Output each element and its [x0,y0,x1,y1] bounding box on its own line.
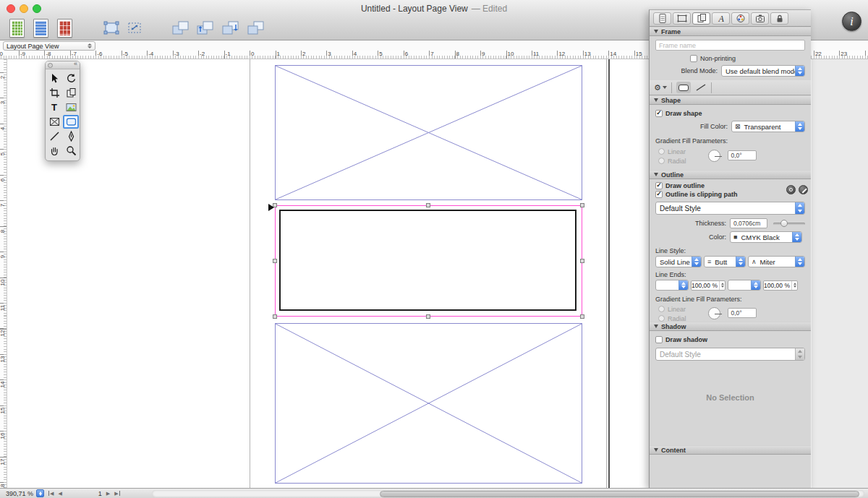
frame-name-input[interactable] [655,40,805,51]
select-tool-button[interactable] [46,72,62,85]
stepper-arrows-icon[interactable] [719,281,725,290]
frame-section-header[interactable]: Frame [650,27,811,36]
selection-handle[interactable] [273,259,277,263]
frame-transform-button[interactable] [125,20,144,37]
tab-image[interactable] [751,12,769,25]
tab-frame[interactable] [692,12,710,25]
pasteboard-edge [608,59,610,488]
selection-handle[interactable] [580,314,584,319]
zoom-window-button[interactable] [33,4,41,13]
shape-section-header[interactable]: Shape [650,95,811,105]
send-backward-icon [221,20,241,37]
selected-frame[interactable] [279,210,576,311]
scrollbar-thumb[interactable] [380,491,859,497]
slider-knob[interactable] [780,220,788,227]
palette-collapse-button[interactable]: « [74,60,77,67]
frame-actions-menu-button[interactable]: ⚙ [654,82,667,93]
info-button[interactable]: i [842,12,861,31]
draw-shadow-checkbox[interactable] [655,336,663,343]
bring-to-front-button[interactable] [171,20,191,37]
zoom-tool-button[interactable] [63,144,79,158]
new-layout-document-button[interactable] [9,19,25,38]
fill-color-select[interactable]: ⊠ Transparent [731,121,805,132]
palette-titlebar[interactable]: « [46,61,80,69]
next-page-button[interactable]: ▶ [106,491,110,497]
content-section-header[interactable]: Content [650,445,811,455]
thickness-slider[interactable] [773,218,805,228]
tab-document[interactable] [653,12,671,25]
gradient-radial-radio[interactable] [658,158,665,164]
shape-type-strip: ⚙ [650,80,811,95]
non-printing-checkbox[interactable] [690,55,697,62]
line-style-select[interactable]: Solid Line [655,256,702,267]
selection-handle[interactable] [426,314,430,319]
gradient-angle-dial[interactable] [708,150,720,162]
page-view-select[interactable]: Layout Page View [3,41,95,51]
line-shape-button[interactable] [695,82,707,93]
horizontal-scrollbar[interactable] [152,490,864,497]
gradient-angle-field[interactable]: 0,0° [728,150,757,160]
line-cap-select[interactable]: ≡ Butt [704,256,746,267]
line-gradient-angle-field[interactable]: 0,0° [728,308,757,318]
rotate-tool-button[interactable] [63,72,79,85]
previous-page-button[interactable]: ◀ [58,491,61,497]
placeholder-frame-bottom[interactable] [275,323,582,484]
line-gradient-angle-dial[interactable] [708,307,720,319]
tab-lock[interactable] [770,12,788,25]
new-text-document-button[interactable] [33,19,48,38]
send-to-back-button[interactable] [246,20,266,37]
bezier-tool-button[interactable] [63,129,79,143]
image-tool-button[interactable] [63,100,79,114]
gear-icon: ⚙ [654,83,661,93]
first-page-button[interactable]: ◀ [48,491,54,497]
new-red-document-button[interactable] [57,19,72,38]
blend-mode-select[interactable]: Use default blend mode [721,65,805,77]
thickness-field[interactable]: 0,0706cm [730,218,767,228]
line-start-scale-field[interactable]: 100,00 % [691,280,726,291]
selection-handle[interactable] [580,203,584,207]
line-start-select[interactable] [655,280,689,291]
line-end-select[interactable] [728,280,761,291]
rounded-rect-tool-button[interactable] [63,115,79,129]
clip-invert-button[interactable] [799,185,808,194]
line-join-select[interactable]: ∧ Miter [748,256,805,267]
crop-tool-button[interactable] [46,86,62,100]
text-tool-button[interactable]: T [46,100,62,114]
clip-preview-button[interactable] [786,185,796,194]
line-end-scale-field[interactable]: 100,00 % [763,280,798,291]
outline-section-header[interactable]: Outline [650,170,811,179]
shadow-style-select[interactable]: Default Style [655,348,805,361]
tab-color[interactable] [731,12,749,25]
palette-close-button[interactable] [48,63,53,68]
last-page-button[interactable]: ▶ [114,491,119,497]
close-window-button[interactable] [7,4,15,13]
send-backward-button[interactable] [221,20,241,37]
line-gradient-radial-radio[interactable] [658,315,665,322]
line-gradient-linear-radio[interactable] [658,306,665,312]
horizontal-ruler-label: 2 [302,51,305,57]
object-tool-button[interactable] [63,86,79,100]
zoom-stepper[interactable] [36,489,44,497]
shadow-section-header[interactable]: Shadow [650,322,811,331]
selection-handle[interactable] [273,314,277,319]
tab-text[interactable]: A [712,12,730,25]
bring-forward-button[interactable] [195,20,216,37]
bring-forward-icon [195,20,216,37]
stepper-arrows-icon[interactable] [791,281,797,290]
draw-shape-checkbox[interactable]: ✓ [655,110,663,117]
frame-select-button[interactable] [102,20,121,37]
hand-tool-button[interactable] [46,144,62,158]
frame-tool-button[interactable] [46,115,62,129]
minimize-window-button[interactable] [20,4,28,13]
rounded-rect-shape-button[interactable] [676,82,691,93]
selection-handle[interactable] [426,203,430,207]
outline-clipping-checkbox[interactable]: ✓ [655,191,663,198]
outline-color-select[interactable]: ■ CMYK Black [730,231,802,243]
tab-master[interactable] [673,12,691,25]
placeholder-frame-top[interactable] [275,65,582,200]
selection-handle[interactable] [580,259,584,263]
line-tool-button[interactable] [46,129,62,143]
draw-outline-checkbox[interactable]: ✓ [655,182,663,189]
gradient-linear-radio[interactable] [658,148,665,155]
outline-style-select[interactable]: Default Style [655,202,805,215]
